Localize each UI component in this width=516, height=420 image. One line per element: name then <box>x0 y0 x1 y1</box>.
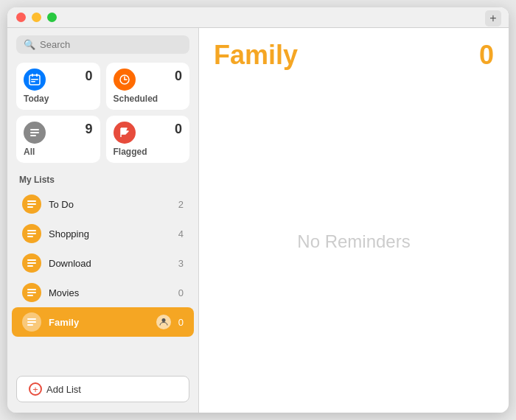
today-label: Today <box>24 94 93 104</box>
todo-list-icon <box>22 195 41 214</box>
add-list-icon: + <box>29 382 42 396</box>
sidebar: 🔍 0 <box>7 7 199 413</box>
search-input[interactable] <box>40 39 182 50</box>
main-count: 0 <box>479 40 494 71</box>
smart-list-flagged[interactable]: 0 Flagged <box>106 116 190 163</box>
family-list-count: 0 <box>178 317 184 328</box>
shopping-list-name: Shopping <box>49 228 171 239</box>
family-list-name: Family <box>49 317 149 328</box>
main-content: Family 0 No Reminders <box>199 7 509 413</box>
svg-rect-17 <box>27 259 36 261</box>
svg-rect-18 <box>27 262 36 264</box>
smart-list-all[interactable]: 9 All <box>16 116 100 163</box>
main-title: Family <box>214 40 298 71</box>
movies-list-count: 0 <box>178 287 184 298</box>
today-count: 0 <box>85 69 92 84</box>
all-icon <box>24 122 46 144</box>
all-label: All <box>24 147 93 157</box>
smart-list-today[interactable]: 0 Today <box>16 63 100 110</box>
scheduled-icon <box>114 69 136 91</box>
download-list-name: Download <box>49 258 171 269</box>
svg-rect-22 <box>27 295 33 296</box>
titlebar: + <box>7 7 509 28</box>
titlebar-add-button[interactable]: + <box>485 10 501 27</box>
svg-rect-24 <box>27 321 36 323</box>
todo-list-count: 2 <box>178 199 184 210</box>
svg-rect-1 <box>32 74 33 77</box>
svg-rect-2 <box>36 74 38 77</box>
svg-rect-12 <box>27 203 36 205</box>
todo-list-name: To Do <box>49 199 171 210</box>
family-shared-icon <box>156 315 171 329</box>
flagged-label: Flagged <box>114 147 183 157</box>
close-button[interactable] <box>16 13 26 22</box>
svg-rect-11 <box>27 200 36 202</box>
empty-message: No Reminders <box>199 71 509 413</box>
flagged-icon <box>114 122 136 144</box>
list-item-family[interactable]: Family 0 <box>12 307 194 337</box>
svg-rect-19 <box>27 265 33 267</box>
app-window: + 🔍 <box>7 7 509 413</box>
svg-rect-23 <box>27 318 36 320</box>
list-item-movies[interactable]: Movies 0 <box>12 278 194 307</box>
smart-lists-grid: 0 Today 0 Scheduled <box>7 63 198 172</box>
today-icon <box>24 69 46 91</box>
scheduled-count: 0 <box>175 69 182 84</box>
main-header: Family 0 <box>199 28 509 71</box>
shopping-list-icon <box>22 224 41 243</box>
sidebar-spacer <box>7 337 198 376</box>
scheduled-label: Scheduled <box>114 94 183 104</box>
svg-rect-4 <box>31 81 35 83</box>
family-list-icon <box>22 312 41 332</box>
svg-rect-13 <box>27 206 33 208</box>
minimize-button[interactable] <box>32 13 41 22</box>
movies-list-icon <box>22 283 41 302</box>
all-count: 9 <box>85 122 92 137</box>
svg-rect-15 <box>27 233 36 234</box>
add-list-button[interactable]: + Add List <box>16 376 189 402</box>
svg-rect-9 <box>30 132 39 133</box>
movies-list-name: Movies <box>49 287 171 298</box>
download-list-count: 3 <box>178 258 184 269</box>
download-list-icon <box>22 253 41 273</box>
svg-rect-10 <box>30 135 36 136</box>
svg-rect-25 <box>27 324 33 326</box>
fullscreen-button[interactable] <box>47 13 57 22</box>
svg-rect-21 <box>27 292 36 293</box>
flagged-count: 0 <box>175 122 182 137</box>
list-item-shopping[interactable]: Shopping 4 <box>12 219 194 248</box>
svg-rect-16 <box>27 236 33 237</box>
svg-rect-8 <box>30 129 39 130</box>
list-item-todo[interactable]: To Do 2 <box>12 189 194 219</box>
svg-rect-20 <box>27 289 36 290</box>
smart-list-scheduled[interactable]: 0 Scheduled <box>106 63 190 110</box>
shopping-list-count: 4 <box>178 228 184 239</box>
my-lists-header: My Lists <box>7 172 198 189</box>
svg-point-26 <box>161 318 165 322</box>
add-list-label: Add List <box>46 384 81 395</box>
svg-rect-14 <box>27 230 36 231</box>
list-item-download[interactable]: Download 3 <box>12 248 194 278</box>
search-icon: 🔍 <box>24 39 35 50</box>
svg-rect-3 <box>31 79 38 80</box>
search-bar[interactable]: 🔍 <box>16 35 189 54</box>
